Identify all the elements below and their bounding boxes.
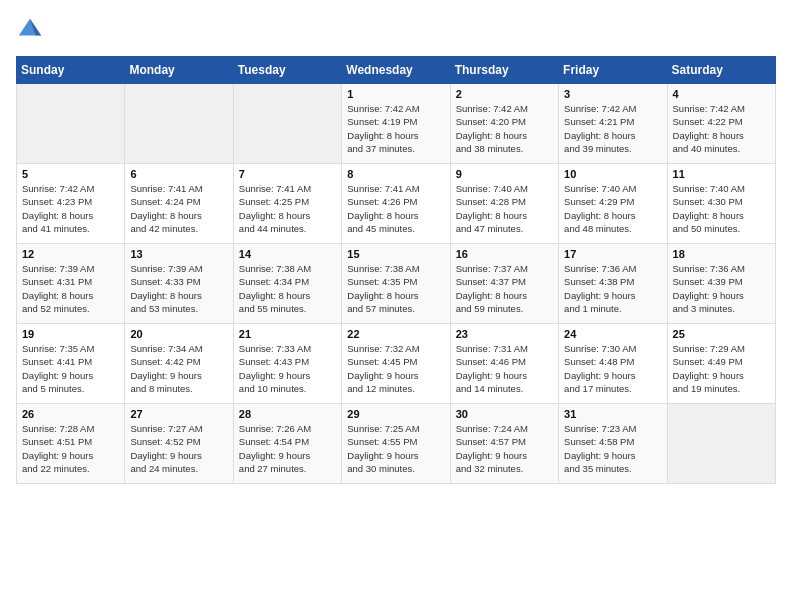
calendar-table: SundayMondayTuesdayWednesdayThursdayFrid… <box>16 56 776 484</box>
calendar-week-3: 19Sunrise: 7:35 AM Sunset: 4:41 PM Dayli… <box>17 324 776 404</box>
calendar-cell: 1Sunrise: 7:42 AM Sunset: 4:19 PM Daylig… <box>342 84 450 164</box>
day-info: Sunrise: 7:40 AM Sunset: 4:30 PM Dayligh… <box>673 182 770 235</box>
day-number: 7 <box>239 168 336 180</box>
day-number: 2 <box>456 88 553 100</box>
day-info: Sunrise: 7:40 AM Sunset: 4:29 PM Dayligh… <box>564 182 661 235</box>
day-info: Sunrise: 7:26 AM Sunset: 4:54 PM Dayligh… <box>239 422 336 475</box>
day-info: Sunrise: 7:41 AM Sunset: 4:25 PM Dayligh… <box>239 182 336 235</box>
logo <box>16 16 48 44</box>
day-number: 25 <box>673 328 770 340</box>
day-info: Sunrise: 7:29 AM Sunset: 4:49 PM Dayligh… <box>673 342 770 395</box>
day-number: 6 <box>130 168 227 180</box>
calendar-cell: 18Sunrise: 7:36 AM Sunset: 4:39 PM Dayli… <box>667 244 775 324</box>
calendar-cell: 7Sunrise: 7:41 AM Sunset: 4:25 PM Daylig… <box>233 164 341 244</box>
calendar-cell: 9Sunrise: 7:40 AM Sunset: 4:28 PM Daylig… <box>450 164 558 244</box>
day-number: 26 <box>22 408 119 420</box>
calendar-cell: 21Sunrise: 7:33 AM Sunset: 4:43 PM Dayli… <box>233 324 341 404</box>
calendar-cell: 12Sunrise: 7:39 AM Sunset: 4:31 PM Dayli… <box>17 244 125 324</box>
calendar-cell <box>667 404 775 484</box>
day-info: Sunrise: 7:23 AM Sunset: 4:58 PM Dayligh… <box>564 422 661 475</box>
day-info: Sunrise: 7:38 AM Sunset: 4:35 PM Dayligh… <box>347 262 444 315</box>
day-number: 11 <box>673 168 770 180</box>
day-info: Sunrise: 7:30 AM Sunset: 4:48 PM Dayligh… <box>564 342 661 395</box>
calendar-cell: 30Sunrise: 7:24 AM Sunset: 4:57 PM Dayli… <box>450 404 558 484</box>
day-info: Sunrise: 7:36 AM Sunset: 4:38 PM Dayligh… <box>564 262 661 315</box>
calendar-cell: 8Sunrise: 7:41 AM Sunset: 4:26 PM Daylig… <box>342 164 450 244</box>
day-number: 21 <box>239 328 336 340</box>
calendar-cell <box>233 84 341 164</box>
day-info: Sunrise: 7:33 AM Sunset: 4:43 PM Dayligh… <box>239 342 336 395</box>
day-info: Sunrise: 7:42 AM Sunset: 4:23 PM Dayligh… <box>22 182 119 235</box>
calendar-cell: 22Sunrise: 7:32 AM Sunset: 4:45 PM Dayli… <box>342 324 450 404</box>
calendar-cell: 23Sunrise: 7:31 AM Sunset: 4:46 PM Dayli… <box>450 324 558 404</box>
calendar-cell: 31Sunrise: 7:23 AM Sunset: 4:58 PM Dayli… <box>559 404 667 484</box>
day-number: 5 <box>22 168 119 180</box>
calendar-header-wednesday: Wednesday <box>342 57 450 84</box>
day-number: 17 <box>564 248 661 260</box>
calendar-cell: 27Sunrise: 7:27 AM Sunset: 4:52 PM Dayli… <box>125 404 233 484</box>
day-number: 10 <box>564 168 661 180</box>
day-info: Sunrise: 7:38 AM Sunset: 4:34 PM Dayligh… <box>239 262 336 315</box>
calendar-cell: 4Sunrise: 7:42 AM Sunset: 4:22 PM Daylig… <box>667 84 775 164</box>
page: SundayMondayTuesdayWednesdayThursdayFrid… <box>0 0 792 612</box>
logo-icon <box>16 16 44 44</box>
calendar-week-1: 5Sunrise: 7:42 AM Sunset: 4:23 PM Daylig… <box>17 164 776 244</box>
calendar-cell: 13Sunrise: 7:39 AM Sunset: 4:33 PM Dayli… <box>125 244 233 324</box>
calendar-week-4: 26Sunrise: 7:28 AM Sunset: 4:51 PM Dayli… <box>17 404 776 484</box>
day-info: Sunrise: 7:42 AM Sunset: 4:21 PM Dayligh… <box>564 102 661 155</box>
day-number: 20 <box>130 328 227 340</box>
day-info: Sunrise: 7:42 AM Sunset: 4:19 PM Dayligh… <box>347 102 444 155</box>
calendar-cell: 16Sunrise: 7:37 AM Sunset: 4:37 PM Dayli… <box>450 244 558 324</box>
calendar-cell: 17Sunrise: 7:36 AM Sunset: 4:38 PM Dayli… <box>559 244 667 324</box>
day-info: Sunrise: 7:39 AM Sunset: 4:31 PM Dayligh… <box>22 262 119 315</box>
day-number: 19 <box>22 328 119 340</box>
day-info: Sunrise: 7:28 AM Sunset: 4:51 PM Dayligh… <box>22 422 119 475</box>
calendar-cell: 10Sunrise: 7:40 AM Sunset: 4:29 PM Dayli… <box>559 164 667 244</box>
day-info: Sunrise: 7:42 AM Sunset: 4:20 PM Dayligh… <box>456 102 553 155</box>
day-number: 1 <box>347 88 444 100</box>
calendar-cell: 20Sunrise: 7:34 AM Sunset: 4:42 PM Dayli… <box>125 324 233 404</box>
day-number: 31 <box>564 408 661 420</box>
day-number: 30 <box>456 408 553 420</box>
calendar-week-2: 12Sunrise: 7:39 AM Sunset: 4:31 PM Dayli… <box>17 244 776 324</box>
calendar-cell: 15Sunrise: 7:38 AM Sunset: 4:35 PM Dayli… <box>342 244 450 324</box>
calendar-header-thursday: Thursday <box>450 57 558 84</box>
day-number: 18 <box>673 248 770 260</box>
day-number: 8 <box>347 168 444 180</box>
day-number: 24 <box>564 328 661 340</box>
calendar-cell: 29Sunrise: 7:25 AM Sunset: 4:55 PM Dayli… <box>342 404 450 484</box>
day-number: 3 <box>564 88 661 100</box>
calendar-cell: 6Sunrise: 7:41 AM Sunset: 4:24 PM Daylig… <box>125 164 233 244</box>
day-number: 22 <box>347 328 444 340</box>
calendar-cell: 11Sunrise: 7:40 AM Sunset: 4:30 PM Dayli… <box>667 164 775 244</box>
day-info: Sunrise: 7:27 AM Sunset: 4:52 PM Dayligh… <box>130 422 227 475</box>
day-number: 28 <box>239 408 336 420</box>
day-info: Sunrise: 7:40 AM Sunset: 4:28 PM Dayligh… <box>456 182 553 235</box>
day-info: Sunrise: 7:31 AM Sunset: 4:46 PM Dayligh… <box>456 342 553 395</box>
calendar-cell: 24Sunrise: 7:30 AM Sunset: 4:48 PM Dayli… <box>559 324 667 404</box>
day-number: 4 <box>673 88 770 100</box>
day-info: Sunrise: 7:41 AM Sunset: 4:24 PM Dayligh… <box>130 182 227 235</box>
day-number: 13 <box>130 248 227 260</box>
calendar-cell: 25Sunrise: 7:29 AM Sunset: 4:49 PM Dayli… <box>667 324 775 404</box>
day-info: Sunrise: 7:36 AM Sunset: 4:39 PM Dayligh… <box>673 262 770 315</box>
day-number: 9 <box>456 168 553 180</box>
calendar-cell: 26Sunrise: 7:28 AM Sunset: 4:51 PM Dayli… <box>17 404 125 484</box>
calendar-cell: 14Sunrise: 7:38 AM Sunset: 4:34 PM Dayli… <box>233 244 341 324</box>
day-info: Sunrise: 7:37 AM Sunset: 4:37 PM Dayligh… <box>456 262 553 315</box>
day-info: Sunrise: 7:35 AM Sunset: 4:41 PM Dayligh… <box>22 342 119 395</box>
day-info: Sunrise: 7:42 AM Sunset: 4:22 PM Dayligh… <box>673 102 770 155</box>
calendar-cell: 2Sunrise: 7:42 AM Sunset: 4:20 PM Daylig… <box>450 84 558 164</box>
header <box>16 16 776 44</box>
day-info: Sunrise: 7:41 AM Sunset: 4:26 PM Dayligh… <box>347 182 444 235</box>
day-number: 12 <box>22 248 119 260</box>
calendar-cell: 5Sunrise: 7:42 AM Sunset: 4:23 PM Daylig… <box>17 164 125 244</box>
calendar-cell: 3Sunrise: 7:42 AM Sunset: 4:21 PM Daylig… <box>559 84 667 164</box>
day-number: 29 <box>347 408 444 420</box>
day-number: 14 <box>239 248 336 260</box>
calendar-header-monday: Monday <box>125 57 233 84</box>
day-info: Sunrise: 7:39 AM Sunset: 4:33 PM Dayligh… <box>130 262 227 315</box>
day-number: 23 <box>456 328 553 340</box>
day-info: Sunrise: 7:32 AM Sunset: 4:45 PM Dayligh… <box>347 342 444 395</box>
calendar-header-friday: Friday <box>559 57 667 84</box>
